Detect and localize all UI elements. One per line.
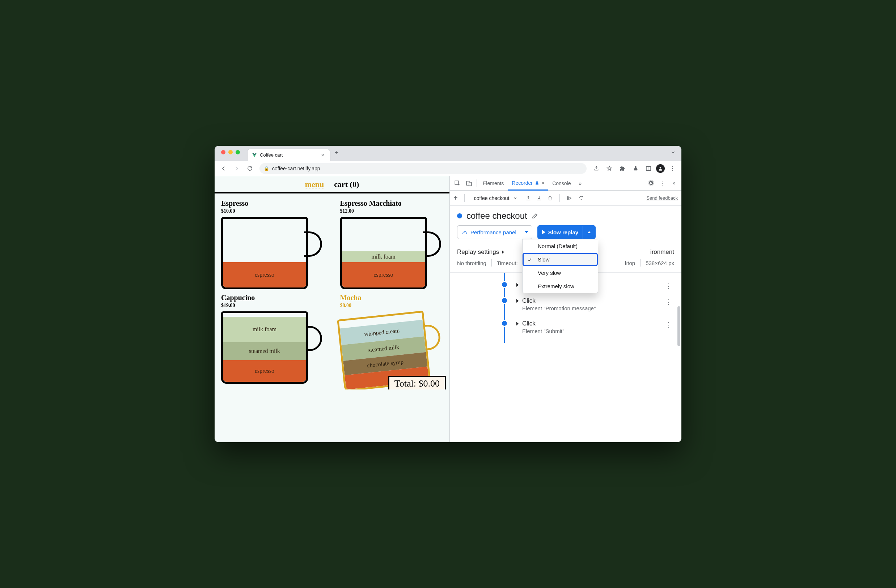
device-value: ktop — [625, 260, 635, 266]
gauge-icon — [462, 229, 468, 235]
product-name: Espresso — [221, 199, 324, 208]
step-subtitle: Element "Promotion message" — [522, 305, 674, 311]
browser-menu-icon[interactable]: ⋮ — [667, 163, 678, 174]
speed-option-slow[interactable]: ✓ Slow — [523, 253, 598, 266]
layer-espresso: espresso — [223, 262, 306, 287]
address-bar[interactable]: 🔒 coffee-cart.netlify.app — [259, 163, 587, 174]
tabs-overflow-icon[interactable]: » — [575, 176, 585, 190]
step-icon[interactable] — [578, 195, 584, 201]
devtools-panel: Elements Recorder × Console » ⋮ × + coff… — [450, 176, 681, 442]
browser-toolbar: 🔒 coffee-cart.netlify.app ⋮ — [215, 161, 681, 176]
tab-close-icon[interactable]: × — [541, 180, 544, 186]
speed-option-extremely-slow[interactable]: Extremely slow — [523, 280, 598, 293]
recording-selector[interactable]: coffee checkout — [471, 195, 520, 201]
replay-speed-menu: Normal (Default) ✓ Slow Very slow Extrem… — [522, 239, 598, 293]
recording-dot-icon — [457, 213, 462, 219]
minimize-window-icon[interactable] — [229, 150, 233, 154]
product-price: $10.00 — [221, 208, 324, 214]
labs-icon[interactable] — [630, 163, 641, 174]
timeout-label[interactable]: Timeout: — [497, 260, 518, 266]
tab-console[interactable]: Console — [549, 176, 574, 190]
device-toggle-icon[interactable] — [463, 178, 474, 189]
replay-settings-label[interactable]: Replay settings — [457, 248, 499, 256]
step-dot-icon — [502, 298, 507, 303]
continue-icon[interactable] — [566, 195, 573, 201]
recording-header: coffee checkout — [450, 206, 681, 225]
step-dot-icon — [502, 321, 507, 326]
product-cappucino: Cappucino $19.00 milk foam steamed milk … — [221, 294, 324, 384]
send-feedback-link[interactable]: Send feedback — [646, 195, 678, 201]
share-icon[interactable] — [591, 163, 602, 174]
speed-option-normal[interactable]: Normal (Default) — [523, 239, 598, 253]
devtools-tabbar: Elements Recorder × Console » ⋮ × — [450, 176, 681, 191]
edit-title-icon[interactable] — [532, 213, 538, 219]
perf-dropdown-icon[interactable] — [521, 226, 532, 239]
close-window-icon[interactable] — [221, 150, 226, 154]
new-recording-button[interactable]: + — [453, 194, 458, 202]
svg-point-2 — [660, 167, 661, 169]
cart-total[interactable]: Total: $0.00 — [388, 376, 446, 389]
step-click-promo[interactable]: Click Element "Promotion message" ⋮ — [508, 293, 674, 316]
back-button[interactable] — [218, 163, 229, 174]
export-icon[interactable] — [526, 195, 531, 201]
delete-icon[interactable] — [547, 195, 553, 201]
maximize-window-icon[interactable] — [236, 150, 240, 154]
dimensions-value: 538×624 px — [646, 260, 674, 266]
layer-steamed: steamed milk — [223, 342, 306, 360]
reload-button[interactable] — [244, 163, 255, 174]
expand-icon[interactable] — [517, 299, 518, 303]
profile-avatar[interactable] — [656, 164, 665, 173]
tab-recorder[interactable]: Recorder × — [508, 176, 548, 191]
step-menu-icon[interactable]: ⋮ — [666, 282, 673, 290]
forward-button[interactable] — [231, 163, 242, 174]
tab-elements[interactable]: Elements — [479, 176, 507, 190]
performance-panel-button[interactable]: Performance panel — [457, 225, 532, 239]
cup-handle-icon — [423, 231, 441, 257]
product-price: $8.00 — [340, 303, 443, 308]
import-icon[interactable] — [536, 195, 542, 201]
expand-icon[interactable] — [517, 283, 518, 287]
lock-icon: 🔒 — [264, 166, 269, 171]
nav-menu-link[interactable]: menu — [305, 180, 324, 189]
bookmark-icon[interactable] — [604, 163, 615, 174]
new-tab-button[interactable]: + — [331, 149, 343, 156]
cup-cappucino[interactable]: milk foam steamed milk espresso — [221, 311, 308, 384]
vue-favicon-icon — [252, 153, 257, 158]
page-nav: menu cart (0) — [215, 176, 450, 193]
browser-window: Coffee cart × + 🔒 coffee-cart.netlify.ap… — [215, 146, 681, 442]
product-mocha: Mocha $8.00 whipped cream steamed milk c… — [340, 294, 443, 384]
cup-macchiato[interactable]: milk foam espresso — [340, 217, 427, 289]
side-panel-icon[interactable] — [643, 163, 654, 174]
browser-tab[interactable]: Coffee cart × — [247, 149, 331, 161]
tab-title: Coffee cart — [260, 152, 317, 158]
cup-espresso[interactable]: espresso — [221, 217, 308, 289]
product-grid: Espresso $10.00 espresso Espresso Macchi… — [215, 193, 450, 389]
replay-speed-dropdown-trigger[interactable] — [583, 226, 595, 239]
url-text: coffee-cart.netlify.app — [272, 166, 320, 172]
step-dot-icon — [502, 282, 507, 287]
product-name: Espresso Macchiato — [340, 199, 443, 208]
speed-option-very-slow[interactable]: Very slow — [523, 266, 598, 280]
expand-icon[interactable] — [502, 250, 504, 254]
play-icon — [542, 230, 546, 234]
step-menu-icon[interactable]: ⋮ — [666, 298, 673, 306]
inspect-icon[interactable] — [452, 178, 463, 189]
tabs-overflow-icon[interactable] — [670, 150, 676, 155]
recorder-actions: Performance panel Slow replay Normal (De… — [450, 225, 681, 245]
product-name: Mocha — [340, 294, 443, 302]
throttling-value[interactable]: No throttling — [457, 260, 486, 266]
devtools-close-icon[interactable]: × — [668, 178, 679, 189]
expand-icon[interactable] — [517, 322, 518, 325]
step-menu-icon[interactable]: ⋮ — [666, 321, 673, 329]
layer-milkfoam: milk foam — [223, 317, 306, 342]
replay-button[interactable]: Slow replay — [537, 225, 596, 239]
layer-espresso: espresso — [342, 262, 425, 287]
product-price: $12.00 — [340, 208, 443, 214]
tab-close-icon[interactable]: × — [320, 152, 326, 158]
nav-cart-link[interactable]: cart (0) — [334, 180, 359, 189]
step-click-submit[interactable]: Click Element "Submit" ⋮ — [508, 316, 674, 339]
extensions-icon[interactable] — [617, 163, 628, 174]
devtools-menu-icon[interactable]: ⋮ — [657, 178, 667, 189]
settings-icon[interactable] — [645, 178, 656, 189]
flask-icon — [535, 181, 539, 185]
